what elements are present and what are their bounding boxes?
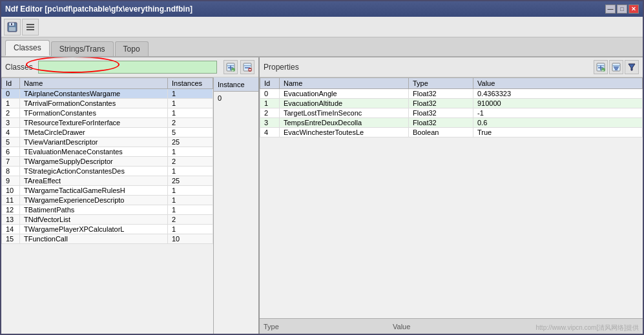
instance-col-value: 0 xyxy=(214,92,258,105)
filter-icon xyxy=(612,63,621,72)
left-tables: Id Name Instances 0 TAirplaneConstantesW… xyxy=(1,77,258,334)
table-row[interactable]: 9 TAreaEffect 25 xyxy=(2,176,213,186)
main-toolbar xyxy=(1,17,643,37)
minimize-button[interactable]: — xyxy=(605,5,616,14)
remove-class-icon xyxy=(243,63,252,72)
table-row[interactable]: 12 TBatimentPaths 1 xyxy=(2,205,213,215)
svg-rect-4 xyxy=(26,24,34,25)
classes-toolbar: Classes + xyxy=(1,57,258,77)
tab-bar: Classes Strings/Trans Topo xyxy=(1,37,643,57)
svg-marker-29 xyxy=(628,64,635,70)
maximize-button[interactable]: □ xyxy=(617,5,627,14)
table-row[interactable]: 3 TempsEntreDeuxDecolla Float32 0.6 xyxy=(260,118,643,128)
prop-col-type: Type xyxy=(409,78,473,89)
instance-col-header: Instance xyxy=(214,77,258,92)
svg-rect-6 xyxy=(26,29,34,30)
menu-icon xyxy=(25,22,36,32)
properties-table-header: Id Name Type Value xyxy=(260,78,643,89)
properties-table-body: 0 EvacuationAngle Float32 0.4363323 1 Ev… xyxy=(260,89,643,137)
table-row[interactable]: 7 TWargameSupplyDescriptor 2 xyxy=(2,157,213,167)
table-row[interactable]: 3 TResourceTextureForInterface 2 xyxy=(2,118,213,128)
table-row[interactable]: 2 TFormationConstantes 1 xyxy=(2,108,213,118)
table-row[interactable]: 8 TStrategicActionConstantesDes 1 xyxy=(2,167,213,176)
properties-label: Properties xyxy=(264,63,594,72)
classes-table-area: Id Name Instances 0 TAirplaneConstantesW… xyxy=(1,77,213,334)
save-icon xyxy=(7,22,17,32)
table-row[interactable]: 0 TAirplaneConstantesWargame 1 xyxy=(2,89,213,99)
table-row[interactable]: 14 TWargamePlayerXPCalculatorL 1 xyxy=(2,225,213,234)
properties-table-area: Id Name Type Value 0 EvacuationAngle Flo… xyxy=(260,77,643,318)
window-controls: — □ ✕ xyxy=(605,5,639,14)
remove-class-button[interactable] xyxy=(240,60,254,74)
save-button[interactable] xyxy=(4,19,21,36)
table-row[interactable]: 15 TFunctionCall 10 xyxy=(2,234,213,244)
svg-text:+: + xyxy=(602,68,605,72)
tab-strings-trans[interactable]: Strings/Trans xyxy=(51,41,114,56)
table-row[interactable]: 6 TEvaluationMenaceConstantes 1 xyxy=(2,147,213,157)
instance-col-area: Instance 0 xyxy=(213,77,258,334)
table-row[interactable]: 2 TargetLostTimeInSeconc Float32 -1 xyxy=(260,108,643,118)
funnel-button[interactable] xyxy=(625,60,639,74)
right-panel: Properties + xyxy=(260,57,643,334)
tab-topo[interactable]: Topo xyxy=(115,41,149,56)
svg-rect-14 xyxy=(244,65,251,66)
svg-rect-2 xyxy=(9,27,16,31)
main-window: Ndf Editor [pc\ndf\patchable\gfx\everyth… xyxy=(0,0,644,335)
bottom-type-label: Type xyxy=(264,323,393,330)
properties-table: Id Name Type Value 0 EvacuationAngle Flo… xyxy=(260,77,643,137)
funnel-icon xyxy=(627,63,636,72)
svg-text:+: + xyxy=(232,68,234,72)
table-row[interactable]: 1 TArrivalFormationConstantes 1 xyxy=(2,99,213,108)
classes-search-input[interactable] xyxy=(38,61,217,74)
tab-classes[interactable]: Classes xyxy=(5,40,50,56)
table-row[interactable]: 5 TViewVariantDescriptor 25 xyxy=(2,137,213,147)
svg-rect-3 xyxy=(11,23,12,25)
left-panel: Classes + xyxy=(1,57,260,334)
window-title: Ndf Editor [pc\ndf\patchable\gfx\everyth… xyxy=(5,5,192,14)
prop-col-value: Value xyxy=(473,78,643,89)
table-row[interactable]: 11 TWargameExperienceDescripto 1 xyxy=(2,196,213,205)
table-row[interactable]: 0 EvacuationAngle Float32 0.4363323 xyxy=(260,89,643,99)
add-class-icon: + xyxy=(226,63,235,72)
col-id: Id xyxy=(2,78,20,89)
menu-button[interactable] xyxy=(22,19,39,36)
close-button[interactable]: ✕ xyxy=(628,5,639,14)
svg-rect-25 xyxy=(612,65,620,66)
add-property-button[interactable]: + xyxy=(594,60,608,74)
filter-button[interactable] xyxy=(609,60,623,74)
table-row[interactable]: 1 EvacuationAltitude Float32 910000 xyxy=(260,99,643,108)
classes-table-body: 0 TAirplaneConstantesWargame 1 1 TArriva… xyxy=(2,89,213,244)
prop-col-name: Name xyxy=(280,78,409,89)
table-row[interactable]: 4 EvacWinchesterToutesLe Boolean True xyxy=(260,128,643,137)
col-instances: Instances xyxy=(168,78,213,89)
col-name: Name xyxy=(20,78,168,89)
add-property-icon: + xyxy=(596,63,605,72)
prop-col-id: Id xyxy=(260,78,280,89)
title-bar: Ndf Editor [pc\ndf\patchable\gfx\everyth… xyxy=(1,1,643,17)
svg-rect-5 xyxy=(26,26,34,28)
classes-table: Id Name Instances 0 TAirplaneConstantesW… xyxy=(1,77,213,244)
main-content: Classes + xyxy=(1,57,643,334)
watermark: http://www.vipcn.com[清风网络]提供 xyxy=(536,323,639,332)
properties-toolbar: Properties + xyxy=(260,57,643,77)
classes-table-header: Id Name Instances xyxy=(2,78,213,89)
table-row[interactable]: 13 TNdfVectorList 2 xyxy=(2,215,213,225)
classes-label: Classes xyxy=(5,63,33,72)
add-class-button[interactable]: + xyxy=(223,60,238,74)
table-row[interactable]: 4 TMetaCircleDrawer 5 xyxy=(2,128,213,137)
table-row[interactable]: 10 TWargameTacticalGameRulesH 1 xyxy=(2,186,213,196)
